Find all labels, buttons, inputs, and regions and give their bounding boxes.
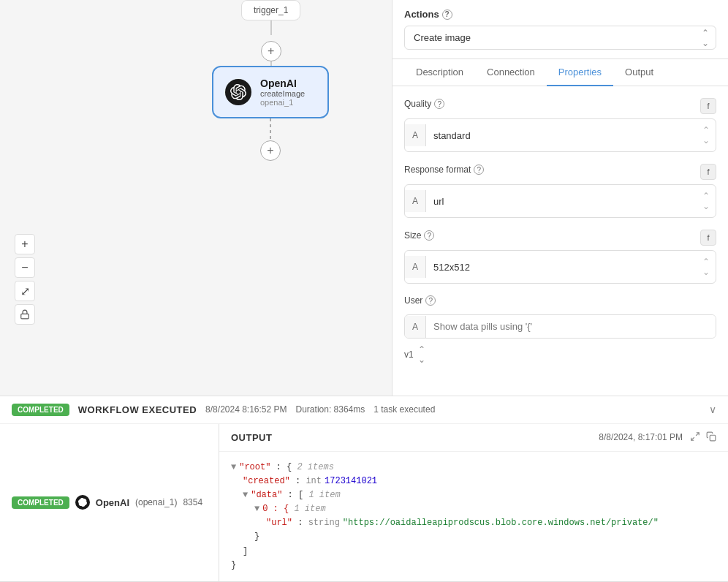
- size-input-row: A 512x512 ⌃⌄: [404, 250, 716, 284]
- json-line-url: "url" : string "https://oaidalleapiprods…: [266, 516, 716, 530]
- user-type-badge: A: [405, 316, 426, 338]
- version-label: v1: [404, 349, 414, 360]
- response-format-label: Response format ?: [404, 165, 484, 175]
- response-format-label-row: Response format ? f: [404, 164, 716, 180]
- response-format-arrow: ⌃⌄: [697, 185, 716, 217]
- zoom-in-button[interactable]: +: [15, 234, 35, 254]
- tab-description[interactable]: Description: [404, 59, 475, 86]
- add-node-button-1[interactable]: +: [261, 41, 281, 61]
- execution-header[interactable]: COMPLETED WORKFLOW EXECUTED 8/8/2024 8:1…: [0, 396, 728, 424]
- user-input[interactable]: [426, 315, 716, 338]
- copy-icon[interactable]: [706, 431, 716, 444]
- add-node-button-2[interactable]: +: [260, 140, 281, 161]
- user-section: User ? A v1 ⌃⌄: [404, 295, 716, 365]
- response-format-section: Response format ? f A url ⌃⌄: [404, 164, 716, 218]
- user-help-icon[interactable]: ?: [425, 295, 436, 306]
- actions-label: Actions ?: [404, 9, 716, 20]
- json-line-close-root: }: [231, 559, 716, 572]
- execution-tasks: 1 task executed: [374, 404, 435, 415]
- size-label: Size ?: [404, 230, 434, 241]
- output-header-row: OUTPUT 8/8/2024, 8:17:01 PM: [219, 424, 728, 452]
- zoom-controls: + − ⤢: [15, 234, 35, 325]
- trigger-node: trigger_1 +: [241, 0, 300, 76]
- quality-label-row: Quality ? f: [404, 98, 716, 114]
- task-icon: [75, 495, 90, 510]
- task-row-container: COMPLETED OpenAI (openai_1) 8354 OUTPUT …: [0, 424, 728, 583]
- json-line-close-arr: ]: [243, 545, 716, 559]
- user-label: User ?: [404, 295, 436, 306]
- tab-connection[interactable]: Connection: [475, 59, 547, 86]
- tab-output[interactable]: Output: [613, 59, 665, 86]
- connector-dashed: [270, 118, 271, 140]
- expand-icon[interactable]: [690, 431, 700, 444]
- task-badge: COMPLETED: [12, 496, 69, 509]
- actions-help-icon[interactable]: ?: [442, 10, 452, 20]
- openai-node-id: openai_1: [260, 98, 305, 107]
- version-row: v1 ⌃⌄: [404, 344, 716, 365]
- trigger-label[interactable]: trigger_1: [241, 0, 300, 20]
- svg-rect-0: [21, 314, 29, 318]
- task-number: 8354: [183, 497, 202, 507]
- quality-arrow: ⌃⌄: [697, 119, 716, 151]
- execution-title: WORKFLOW EXECUTED: [78, 404, 197, 415]
- response-format-input-row: A url ⌃⌄: [404, 184, 716, 218]
- openai-icon: [225, 79, 251, 105]
- execution-timestamp: 8/8/2024 8:16:52 PM: [205, 404, 287, 415]
- output-panel: OUTPUT 8/8/2024, 8:17:01 PM: [219, 424, 728, 582]
- quality-formula-icon[interactable]: f: [700, 98, 716, 114]
- size-help-icon[interactable]: ?: [424, 230, 434, 241]
- response-format-formula-icon[interactable]: f: [700, 164, 716, 180]
- json-line-index: ▼ 0 : { 1 item: [254, 502, 716, 516]
- quality-help-icon[interactable]: ?: [434, 99, 444, 109]
- flow-container: trigger_1 + OpenAI createImage op: [0, 0, 392, 396]
- quality-select[interactable]: standard: [426, 124, 697, 147]
- actions-select[interactable]: Create image: [404, 26, 716, 50]
- tab-properties[interactable]: Properties: [547, 59, 613, 86]
- tabs-row: Description Connection Properties Output: [393, 59, 728, 86]
- task-info: COMPLETED OpenAI (openai_1) 8354: [0, 424, 219, 582]
- output-timestamp: 8/8/2024, 8:17:01 PM: [599, 432, 683, 442]
- execution-badge: COMPLETED: [12, 404, 69, 416]
- properties-panel: Actions ? Create image ⌃⌄ Description Co…: [392, 0, 728, 396]
- openai-node-action: createImage: [260, 89, 305, 98]
- user-input-row: A: [404, 314, 716, 339]
- size-type-badge: A: [405, 256, 426, 278]
- openai-info: OpenAI createImage openai_1: [260, 78, 305, 107]
- json-line-data: ▼ "data" : [ 1 item: [243, 488, 716, 502]
- user-label-row: User ?: [404, 295, 716, 310]
- size-label-row: Size ? f: [404, 230, 716, 246]
- quality-type-badge: A: [405, 124, 426, 146]
- json-line-close-obj: }: [254, 530, 716, 544]
- actions-header: Actions ? Create image ⌃⌄: [393, 0, 728, 59]
- execution-chevron-icon[interactable]: ∨: [709, 404, 716, 415]
- openai-card[interactable]: OpenAI createImage openai_1: [212, 66, 329, 118]
- task-name: OpenAI: [96, 497, 129, 508]
- size-select[interactable]: 512x512: [426, 256, 697, 279]
- execution-bar: COMPLETED WORKFLOW EXECUTED 8/8/2024 8:1…: [0, 396, 728, 583]
- lock-button[interactable]: [15, 304, 35, 325]
- openai-node: OpenAI createImage openai_1 +: [212, 66, 329, 161]
- output-label: OUTPUT: [231, 432, 272, 443]
- zoom-out-button[interactable]: −: [15, 257, 35, 278]
- svg-line-2: [691, 437, 694, 440]
- size-section: Size ? f A 512x512 ⌃⌄: [404, 230, 716, 284]
- quality-input-row: A standard ⌃⌄: [404, 118, 716, 152]
- response-format-type-badge: A: [405, 190, 426, 212]
- openai-node-name: OpenAI: [260, 78, 305, 89]
- json-line-created: "created" : int 1723141021: [243, 475, 716, 488]
- size-arrow: ⌃⌄: [697, 251, 716, 283]
- quality-section: Quality ? f A standard ⌃⌄: [404, 98, 716, 152]
- response-format-select[interactable]: url: [426, 190, 697, 213]
- response-format-help-icon[interactable]: ?: [474, 165, 484, 175]
- size-formula-icon[interactable]: f: [700, 230, 716, 246]
- execution-duration: Duration: 8364ms: [296, 404, 365, 415]
- properties-content: Quality ? f A standard ⌃⌄ Respon: [393, 86, 728, 396]
- task-id: (openai_1): [135, 497, 177, 507]
- connector-line-1: [270, 20, 272, 35]
- svg-line-1: [696, 432, 699, 435]
- svg-rect-3: [710, 435, 716, 441]
- quality-label: Quality ?: [404, 99, 444, 109]
- version-chevron[interactable]: ⌃⌄: [418, 344, 425, 365]
- actions-select-wrapper: Create image ⌃⌄: [404, 26, 716, 50]
- fit-button[interactable]: ⤢: [15, 281, 35, 301]
